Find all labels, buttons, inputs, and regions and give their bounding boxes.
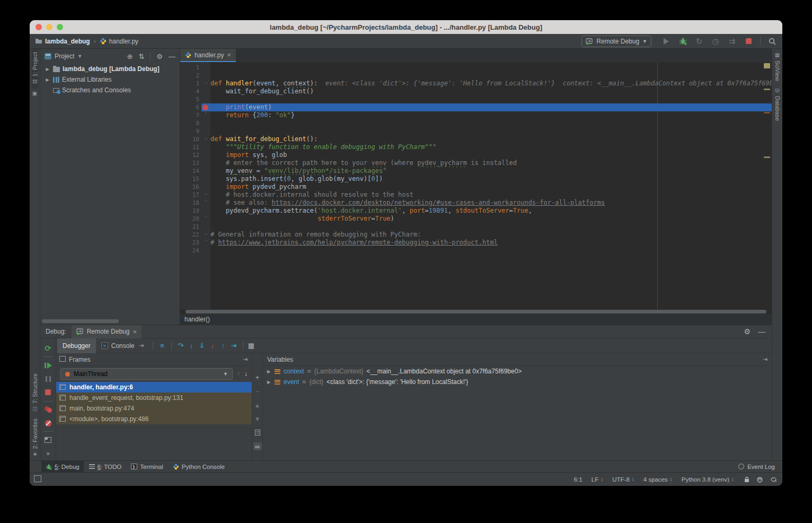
fold-collapse-icon[interactable]: − bbox=[201, 135, 210, 143]
commit-toolwindow-icon[interactable]: ▣ bbox=[32, 88, 38, 100]
editor-breadcrumb[interactable]: handler() bbox=[180, 314, 772, 325]
frame-row[interactable]: <module>, bootstrap.py:486 bbox=[56, 414, 252, 424]
code-line-18[interactable]: 18ˆ # see also: https://docs.docker.com/… bbox=[180, 199, 772, 207]
project-horizontal-scrollbar[interactable] bbox=[42, 319, 119, 323]
debug-button[interactable] bbox=[678, 37, 687, 46]
interpreter-select[interactable]: Python 3.8 (venv)↕ bbox=[682, 476, 734, 483]
frame-row[interactable]: main, bootstrap.py:474 bbox=[56, 403, 252, 414]
code-line-14[interactable]: 14 my_venv = "venv/lib/python*/site-pack… bbox=[180, 167, 772, 175]
previous-frame-button[interactable]: ↑ bbox=[237, 370, 240, 378]
force-step-into-button[interactable]: ⇓ bbox=[197, 342, 207, 350]
code-editor[interactable]: 123−def handler(event, context): event: … bbox=[180, 62, 772, 309]
code-line-24[interactable]: 24 bbox=[180, 247, 772, 255]
fold-collapse-icon[interactable]: − bbox=[201, 80, 210, 88]
profiler-button[interactable]: ↻ bbox=[694, 37, 704, 46]
pause-button[interactable] bbox=[40, 372, 56, 386]
event-log-button[interactable]: Event Log bbox=[738, 464, 782, 470]
line-separator-select[interactable]: LF↕ bbox=[592, 476, 603, 483]
code-line-19[interactable]: 19 pydevd_pycharm.settrace('host.docker.… bbox=[180, 207, 772, 215]
tab-terminal[interactable]: ❯ Terminal bbox=[127, 461, 167, 473]
step-into-button[interactable]: ↓ bbox=[186, 342, 197, 350]
update-status-icon[interactable]: ? bbox=[770, 476, 777, 483]
pin-icon[interactable]: ⇥ bbox=[763, 356, 767, 363]
tab-debug[interactable]: 5: Debug bbox=[41, 461, 84, 473]
breakpoint-icon[interactable] bbox=[202, 104, 208, 110]
evaluate-expression-button[interactable]: ▦ bbox=[247, 342, 255, 350]
sidebar-item-structure[interactable]: ◫ 7: Structure bbox=[32, 370, 38, 415]
code-line-1[interactable]: 1 bbox=[180, 64, 772, 72]
code-line-4[interactable]: 4 wait_for_debug_client() bbox=[180, 88, 772, 95]
tree-item-lambda-debug[interactable]: ▶ lambda_debug [Lambda Debug] bbox=[40, 64, 180, 74]
code-line-10[interactable]: 10−def wait_for_debug_client(): bbox=[180, 135, 772, 143]
code-line-3[interactable]: 3−def handler(event, context): event: <c… bbox=[180, 80, 772, 88]
view-breakpoints-button[interactable] bbox=[40, 403, 56, 416]
code-line-6[interactable]: 6 print(event) bbox=[180, 103, 772, 111]
breadcrumb-file[interactable]: handler.py bbox=[109, 38, 138, 45]
expand-arrow-icon[interactable]: ▶ bbox=[45, 77, 50, 82]
code-line-12[interactable]: 12 import sys, glob bbox=[180, 151, 772, 159]
close-window-button[interactable] bbox=[36, 24, 42, 30]
move-up-button[interactable]: ▲ bbox=[253, 401, 262, 409]
tab-todo[interactable]: 6: TODO bbox=[85, 461, 126, 473]
sidebar-item-project[interactable]: ▤ 1: Project bbox=[32, 49, 38, 88]
code-line-22[interactable]: 22−# General information on remote debug… bbox=[180, 231, 772, 239]
duplicate-watch-button[interactable] bbox=[253, 429, 262, 437]
lock-icon[interactable] bbox=[744, 476, 749, 483]
expand-arrow-icon[interactable]: ▶ bbox=[266, 369, 271, 374]
reader-mode-icon[interactable] bbox=[756, 476, 763, 483]
run-configuration-select[interactable]: Remote Debug ▼ bbox=[581, 36, 651, 47]
code-line-16[interactable]: 16 import pydevd_pycharm bbox=[180, 183, 772, 191]
step-over-button[interactable]: ↷ bbox=[175, 342, 186, 350]
tree-item-scratches[interactable]: Scratches and Consoles bbox=[40, 85, 180, 95]
code-line-21[interactable]: 21 bbox=[180, 223, 772, 231]
variable-row-context[interactable]: ▶ context = {LambdaContext} <__main__.La… bbox=[263, 366, 772, 377]
expand-arrow-icon[interactable]: ▶ bbox=[45, 67, 50, 72]
hide-panel-button[interactable]: — bbox=[169, 53, 175, 60]
code-line-7[interactable]: 7ˆ return {200: "ok"} bbox=[180, 111, 772, 119]
run-with-options-button[interactable]: ⇉ bbox=[727, 37, 737, 46]
code-line-23[interactable]: 23ˆ# https://www.jetbrains.com/help/pych… bbox=[180, 239, 772, 247]
sidebar-item-sciview[interactable]: ▦ SciView bbox=[774, 49, 781, 84]
fold-end-icon[interactable]: ˆ bbox=[201, 199, 210, 207]
mute-breakpoints-button[interactable] bbox=[40, 416, 56, 430]
code-line-11[interactable]: 11 """Utility function to enable debuggi… bbox=[180, 143, 772, 151]
close-icon[interactable] bbox=[133, 328, 137, 336]
more-actions-button[interactable]: » bbox=[40, 447, 56, 460]
code-line-2[interactable]: 2 bbox=[180, 72, 772, 80]
move-down-button[interactable]: ▼ bbox=[253, 415, 262, 423]
code-line-8[interactable]: 8 bbox=[180, 119, 772, 127]
stop-button[interactable] bbox=[40, 386, 56, 399]
sidebar-item-favorites[interactable]: ★ 2: Favorites bbox=[32, 415, 38, 460]
minimize-window-button[interactable] bbox=[46, 24, 52, 30]
toolwindow-toggle-icon[interactable] bbox=[35, 476, 41, 482]
project-panel-title[interactable]: Project bbox=[55, 53, 74, 60]
pin-icon[interactable]: ⇥ bbox=[243, 356, 248, 363]
close-icon[interactable] bbox=[227, 51, 231, 59]
fold-collapse-icon[interactable]: − bbox=[201, 231, 210, 239]
expand-arrow-icon[interactable]: ▶ bbox=[266, 380, 271, 385]
code-line-9[interactable]: 9 bbox=[180, 127, 772, 135]
step-out-button[interactable]: ↑ bbox=[218, 342, 228, 350]
rerun-button[interactable]: ⟳ bbox=[40, 342, 56, 355]
settings-gear-icon[interactable]: ⚙ bbox=[744, 327, 751, 336]
run-to-cursor-button[interactable]: ⇥ bbox=[228, 342, 239, 350]
thread-selector[interactable]: MainThread ▼ bbox=[60, 368, 233, 380]
hide-panel-button[interactable]: — bbox=[758, 327, 765, 336]
tab-debugger[interactable]: Debugger bbox=[57, 338, 96, 353]
tab-python-console[interactable]: Python Console bbox=[169, 461, 229, 473]
editor-horizontal-scrollbar[interactable] bbox=[180, 309, 772, 314]
maximize-window-button[interactable] bbox=[57, 24, 63, 30]
show-watches-toggle[interactable]: ∞ bbox=[253, 442, 262, 450]
tree-item-external-libraries[interactable]: ▶ External Libraries bbox=[40, 74, 180, 85]
debug-session-tab[interactable]: Remote Debug bbox=[72, 325, 142, 338]
frame-row[interactable]: handler, handler.py:6 bbox=[56, 382, 252, 393]
resume-button[interactable] bbox=[40, 359, 56, 372]
step-into-my-code-button[interactable]: ↓ bbox=[207, 342, 218, 350]
frame-row[interactable]: handle_event_request, bootstrap.py:131 bbox=[56, 393, 252, 403]
encoding-select[interactable]: UTF-8↕ bbox=[612, 476, 634, 483]
fold-end-icon[interactable]: ˆ bbox=[201, 111, 210, 119]
code-line-20[interactable]: 20ˆ stderrToServer=True) bbox=[180, 215, 772, 223]
fold-end-icon[interactable]: ˆ bbox=[201, 239, 210, 247]
fold-collapse-icon[interactable]: − bbox=[201, 191, 210, 199]
locate-file-button[interactable]: ⊕ bbox=[127, 53, 133, 60]
